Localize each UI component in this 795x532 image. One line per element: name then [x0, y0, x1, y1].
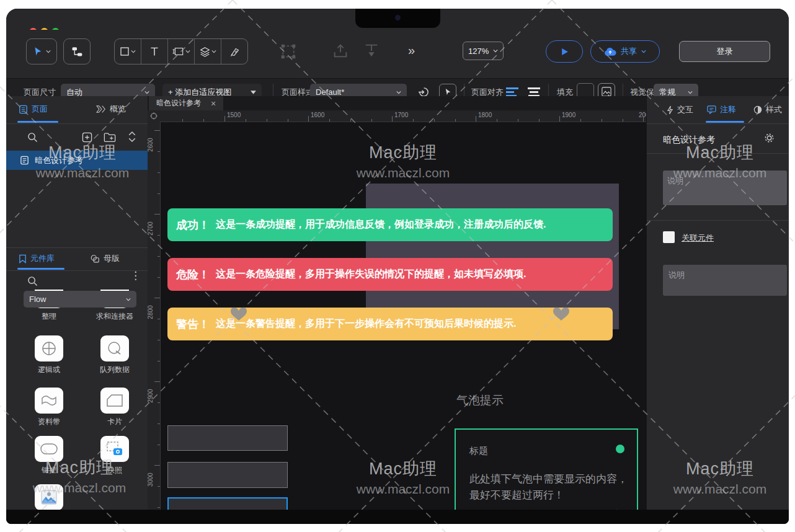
library-search-button[interactable]: [27, 276, 38, 286]
connector-tool-button[interactable]: [63, 38, 91, 64]
text-tool-button[interactable]: [141, 39, 168, 64]
preview-button[interactable]: [546, 40, 583, 63]
component-item[interactable]: 队列数据: [84, 335, 146, 375]
app-window: » 127% 共享 登录 页面尺寸 自动 + 添加自适应视图 页面样式: [6, 9, 789, 524]
share-button[interactable]: 共享: [590, 40, 660, 63]
main-toolbar: » 127% 共享 登录: [6, 30, 789, 78]
connector-icon: [71, 45, 83, 58]
linked-component-link[interactable]: 关联元件: [682, 233, 714, 244]
lightning-icon: [667, 105, 673, 115]
chevron-down-icon: [688, 90, 693, 95]
macbook-screen-mockup: { "watermark": { "title": "Mac助理", "url"…: [0, 0, 795, 532]
bottom-status-bar: [6, 510, 789, 524]
shape-tools-group: [114, 38, 248, 64]
tab-component-library[interactable]: 元件库: [19, 253, 55, 264]
rectangle-tool-button[interactable]: [115, 39, 141, 64]
note-textarea-secondary[interactable]: 说明: [663, 265, 787, 296]
bring-forward-icon: [332, 42, 349, 60]
tooltip-pointer: [616, 502, 633, 510]
tooltip-title: 标题: [469, 445, 488, 457]
form-input-box[interactable]: [167, 425, 288, 451]
search-icon: [27, 276, 38, 286]
tab-overview[interactable]: 概览: [96, 104, 126, 115]
overview-icon: [96, 105, 106, 113]
keying-icon: [40, 443, 58, 455]
danger-alert-banner[interactable]: 危险！这是一条危险提醒，多用于操作失误的情况下的提醒，如未填写必填项.: [167, 258, 613, 291]
zoom-level-dropdown[interactable]: 127%: [463, 42, 504, 60]
toolbar-overflow-button[interactable]: »: [408, 43, 415, 58]
pen-tool-button[interactable]: [221, 39, 247, 64]
page-tree-item-selected[interactable]: 暗色设计参考: [6, 151, 148, 170]
component-item[interactable]: 卡片: [84, 388, 146, 427]
pen-icon: [229, 47, 240, 57]
login-button[interactable]: 登录: [679, 41, 770, 62]
add-folder-button[interactable]: [104, 132, 116, 143]
comment-icon: [707, 105, 716, 114]
tab-pages[interactable]: 页面: [19, 104, 48, 115]
bookmark-icon: [19, 254, 27, 264]
warning-alert-banner[interactable]: 警告！这是一条警告提醒，多用于下一步操作会有不可预知后果时候的提示.: [167, 308, 613, 340]
expand-collapse-button[interactable]: [128, 131, 136, 143]
chevron-down-icon: [185, 49, 190, 54]
transform-icon: [279, 42, 298, 61]
vertical-ruler: 2600 2700 2800 2900 3000: [148, 122, 161, 510]
success-alert-banner[interactable]: 成功！这是一条成功提醒，用于成功信息反馈，例如登录成功，注册成功后的反馈.: [167, 208, 613, 241]
label-box-icon: [172, 47, 184, 56]
cloud-upload-icon: [604, 47, 616, 56]
chevron-down-icon: [493, 48, 498, 53]
layers-tool-button[interactable]: [195, 39, 221, 64]
note-textarea[interactable]: 说明: [663, 171, 787, 205]
note-panel-title: 暗色设计参考: [663, 135, 715, 146]
cursor-in-box-icon: [443, 87, 453, 97]
chevron-down-icon: [144, 90, 149, 95]
masters-icon: [90, 254, 100, 264]
form-input-box-focused[interactable]: [167, 497, 288, 510]
ruler-origin-icon[interactable]: [148, 110, 160, 122]
tab-style[interactable]: 样式: [753, 104, 782, 115]
tab-interactions[interactable]: 交互: [667, 104, 693, 115]
triangle-down-icon: [251, 91, 256, 94]
camera-dot: [395, 15, 401, 20]
status-dot: [616, 445, 624, 453]
image-icon: [40, 489, 58, 505]
folder-plus-icon: [104, 132, 116, 143]
component-item[interactable]: 快照: [84, 436, 146, 476]
form-input-box[interactable]: [167, 462, 288, 488]
card-icon: [106, 394, 123, 407]
canvas-area[interactable]: 暗色设计参考 × 1500 1600 1700 1800 1900 2000 2…: [148, 96, 646, 510]
component-item[interactable]: 资料带: [18, 388, 80, 427]
tab-notes[interactable]: 注释: [707, 104, 736, 115]
component-item[interactable]: 键控: [18, 436, 80, 476]
library-options-button[interactable]: ⋮: [130, 273, 136, 278]
tab-masters[interactable]: 母版: [90, 253, 120, 264]
linked-component-checkbox[interactable]: [663, 231, 675, 243]
cursor-icon: [32, 46, 43, 57]
tooltip-widget[interactable]: 标题 此处填下气泡中需要显示的内容， 最好不要超过两行！: [455, 428, 638, 510]
tooltip-line2: 最好不要超过两行！: [469, 488, 564, 502]
bubble-section-title: 气泡提示: [456, 392, 504, 409]
chevron-down-icon: [126, 297, 131, 302]
text-funnel-icon: [363, 42, 380, 60]
component-item[interactable]: 逻辑或: [18, 335, 80, 375]
library-filter-dropdown[interactable]: Flow: [24, 291, 136, 308]
canvas-tab-bar: 暗色设计参考 ×: [148, 96, 646, 111]
note-settings-button[interactable]: [763, 132, 775, 144]
chevron-down-icon: [396, 90, 401, 95]
canvas-tab[interactable]: 暗色设计参考 ×: [149, 96, 223, 110]
chevron-down-icon: [211, 49, 216, 54]
label-tool-button[interactable]: [168, 39, 195, 64]
camera-notch: [355, 9, 440, 28]
chevron-down-icon: [131, 49, 136, 54]
play-icon: [561, 48, 569, 56]
select-tool-button[interactable]: [26, 38, 57, 64]
close-tab-icon[interactable]: ×: [211, 99, 216, 109]
pages-search-button[interactable]: [27, 132, 38, 143]
up-down-chevrons-icon: [128, 131, 136, 143]
right-sidebar: 交互 注释 样式 暗色设计参考 说明 关联元件 说明: [646, 96, 789, 510]
transform-tool-button-disabled: [279, 42, 298, 61]
add-page-button[interactable]: [82, 132, 92, 143]
text-style-button-disabled: [363, 42, 380, 60]
bring-forward-button-disabled: [332, 42, 349, 60]
tooltip-line1: 此处填下气泡中需要显示的内容，: [469, 472, 628, 486]
horizontal-ruler: 1500 1600 1700 1800 1900 2000: [160, 110, 646, 122]
